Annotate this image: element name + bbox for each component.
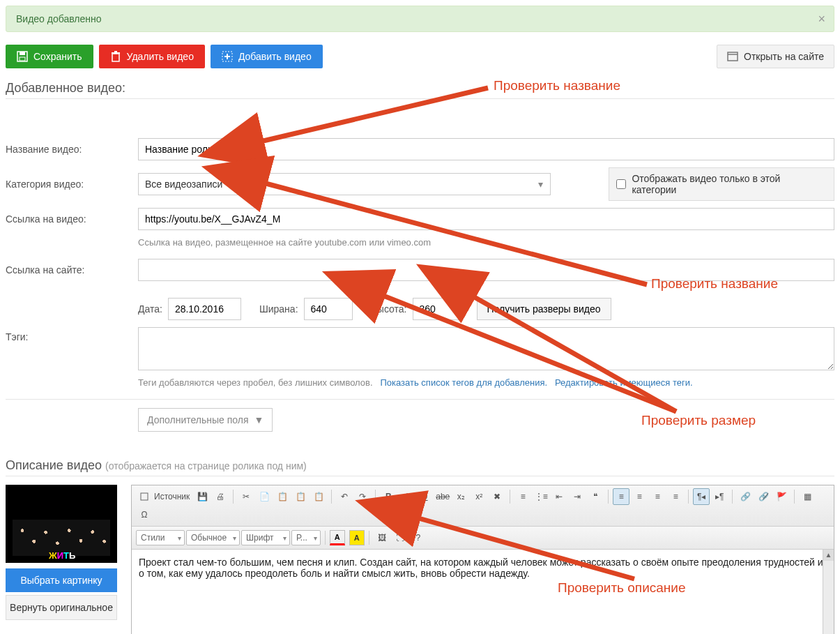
undo-icon[interactable]: ↶ xyxy=(336,488,353,505)
scroll-up-icon[interactable]: ▲ xyxy=(823,550,834,561)
close-icon[interactable]: × xyxy=(818,12,825,27)
align-center-icon[interactable]: ≡ xyxy=(631,488,648,505)
label-sitelink: Ссылка на сайте: xyxy=(6,264,138,276)
ul-icon[interactable]: ⋮≡ xyxy=(533,488,549,505)
svg-rect-9 xyxy=(728,52,738,61)
svg-rect-3 xyxy=(112,54,119,61)
image-icon[interactable]: 🖼 xyxy=(374,529,390,546)
divider xyxy=(6,476,834,476)
hr-icon[interactable]: Ω xyxy=(136,506,153,523)
video-link-input[interactable] xyxy=(138,208,834,230)
svg-rect-4 xyxy=(112,52,120,54)
add-button[interactable]: Добавить видео xyxy=(211,45,323,68)
label-date: Дата: xyxy=(138,303,162,315)
italic-icon[interactable]: I xyxy=(398,488,415,505)
label-height: Высота: xyxy=(371,303,407,315)
section-added-video: Добавленное видео: xyxy=(6,81,834,96)
plus-dashed-icon xyxy=(222,51,233,62)
open-on-site-button[interactable]: Открыть на сайте xyxy=(717,45,834,68)
font-combo[interactable]: Шрифт xyxy=(241,530,290,545)
unlink-icon[interactable]: 🔗̸ xyxy=(755,488,772,505)
restore-image-button[interactable]: Вернуть оригинальное xyxy=(6,595,117,620)
category-select[interactable]: Все видеозаписи xyxy=(138,173,551,195)
underline-icon[interactable]: U xyxy=(416,488,433,505)
chevron-down-icon: ▼ xyxy=(254,414,264,425)
checkbox-icon[interactable] xyxy=(616,179,626,189)
styles-combo[interactable]: Стили xyxy=(136,530,185,545)
divider xyxy=(6,399,834,400)
svg-rect-11 xyxy=(141,493,148,500)
paste-text-icon[interactable]: 📋 xyxy=(292,488,309,505)
tags-input[interactable] xyxy=(138,327,834,370)
save-button[interactable]: Сохранить xyxy=(6,45,93,68)
success-alert: Видео добавленно × xyxy=(6,6,834,32)
delete-button[interactable]: Удалить видео xyxy=(99,45,205,68)
outdent-icon[interactable]: ⇤ xyxy=(551,488,567,505)
paste-icon[interactable]: 📋 xyxy=(274,488,291,505)
help-icon[interactable]: ? xyxy=(410,529,427,546)
source-label[interactable]: Источник xyxy=(154,492,190,501)
height-input[interactable] xyxy=(413,298,461,320)
label-title: Название видео: xyxy=(6,144,138,155)
align-left-icon[interactable]: ≡ xyxy=(613,488,629,505)
blockquote-icon[interactable]: ❝ xyxy=(587,488,604,505)
svg-rect-5 xyxy=(114,51,117,52)
anchor-icon[interactable]: 🚩 xyxy=(773,488,790,505)
indent-icon[interactable]: ⇥ xyxy=(569,488,586,505)
divider xyxy=(6,98,834,99)
bgcolor-icon[interactable]: A xyxy=(349,530,365,545)
choose-image-button[interactable]: Выбрать картинку xyxy=(6,568,117,592)
subscript-icon[interactable]: x₂ xyxy=(452,488,469,505)
vertical-scrollbar[interactable]: ▲ ▼ xyxy=(823,550,834,634)
title-input[interactable] xyxy=(138,138,834,160)
thumbnail-logo: ЖИТЬ xyxy=(49,550,75,561)
table-icon[interactable]: ▦ xyxy=(799,488,816,505)
editor-toolbar-row-2: Стили Обычное Шрифт Р... A A 🖼 ⛶ ? xyxy=(132,527,834,550)
window-icon xyxy=(727,51,738,62)
save-icon[interactable]: 💾 xyxy=(194,488,211,505)
redo-icon[interactable]: ↷ xyxy=(354,488,371,505)
rtl-icon[interactable]: ▸¶ xyxy=(711,488,728,505)
date-input[interactable] xyxy=(168,298,241,320)
svg-rect-1 xyxy=(20,52,25,55)
save-icon xyxy=(17,51,28,62)
rich-text-editor: Источник 💾 🖨 ✂ 📄 📋 📋 📋 ↶ ↷ B I U abe x₂ … xyxy=(131,485,834,634)
label-tags: Тэги: xyxy=(6,327,138,342)
editor-body[interactable]: Проект стал чем-то большим, чем песня и … xyxy=(132,550,834,634)
bold-icon[interactable]: B xyxy=(380,488,397,505)
trash-icon xyxy=(110,51,121,62)
remove-format-icon[interactable]: ✖ xyxy=(489,488,505,505)
format-combo[interactable]: Обычное xyxy=(186,530,240,545)
superscript-icon[interactable]: x² xyxy=(471,488,487,505)
category-only-checkbox[interactable]: Отображать видео только в этой категории xyxy=(609,167,834,201)
show-tags-link[interactable]: Показать список тегов для добавления. xyxy=(380,377,547,388)
textcolor-icon[interactable]: A xyxy=(330,530,345,545)
edit-tags-link[interactable]: Редактировать имеющиеся теги. xyxy=(555,377,693,388)
svg-rect-2 xyxy=(20,57,25,61)
align-right-icon[interactable]: ≡ xyxy=(649,488,666,505)
size-combo[interactable]: Р... xyxy=(291,530,321,545)
print-icon[interactable]: 🖨 xyxy=(212,488,229,505)
label-link: Ссылка на видео: xyxy=(6,213,138,225)
site-link-input[interactable] xyxy=(138,259,834,281)
label-category: Категория видео: xyxy=(6,179,138,190)
link-icon[interactable]: 🔗 xyxy=(737,488,754,505)
copy-icon[interactable]: 📄 xyxy=(256,488,273,505)
alert-text: Видео добавленно xyxy=(16,13,102,24)
source-button[interactable] xyxy=(136,488,153,505)
width-input[interactable] xyxy=(304,298,353,320)
editor-toolbar-row-1: Источник 💾 🖨 ✂ 📄 📋 📋 📋 ↶ ↷ B I U abe x₂ … xyxy=(132,485,834,527)
cut-icon[interactable]: ✂ xyxy=(238,488,254,505)
label-width: Ширана: xyxy=(259,303,298,315)
maximize-icon[interactable]: ⛶ xyxy=(392,529,408,546)
ltr-icon[interactable]: ¶◂ xyxy=(693,488,710,505)
video-thumbnail: ЖИТЬ xyxy=(6,485,117,563)
paste-word-icon[interactable]: 📋 xyxy=(310,488,327,505)
section-description: Описание видео (отображается на странице… xyxy=(6,458,834,473)
strike-icon[interactable]: abe xyxy=(434,488,451,505)
more-fields-toggle[interactable]: Дополнительные поля ▼ xyxy=(138,408,273,432)
ol-icon[interactable]: ≡ xyxy=(514,488,531,505)
get-size-button[interactable]: Получить разверы видео xyxy=(477,298,611,320)
align-justify-icon[interactable]: ≡ xyxy=(667,488,684,505)
link-help: Ссылка на видео, размещенное на сайте yo… xyxy=(138,237,834,248)
